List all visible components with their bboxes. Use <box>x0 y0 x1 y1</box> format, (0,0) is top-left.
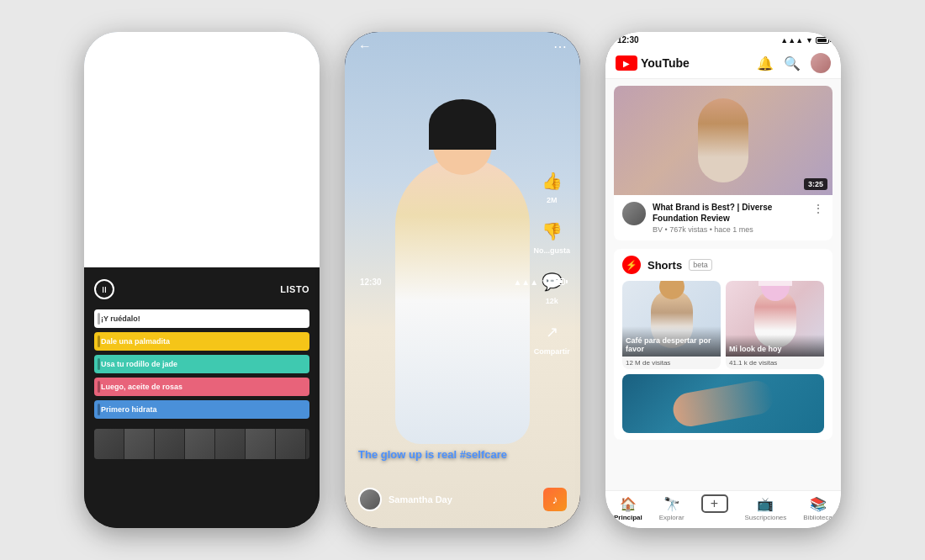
battery-icon-2 <box>552 278 565 285</box>
signal-icon-3: ▲▲▲ <box>780 36 803 45</box>
youtube-logo: ▶ YouTube <box>616 55 690 71</box>
video-preview-area: 12:30 ▲▲▲ ▼ Luego, aceite de rosas Prime… <box>84 32 320 267</box>
home-icon: 🏠 <box>620 496 637 512</box>
short-views-1: 12 M de visitas <box>622 357 721 369</box>
filmstrip-cell <box>155 429 185 459</box>
phone-1-editor: 12:30 ▲▲▲ ▼ Luego, aceite de rosas Prime… <box>84 32 320 528</box>
signal-icon-2: ▲▲▲ <box>513 277 538 287</box>
notification-button[interactable]: 🔔 <box>757 55 774 71</box>
short-thumb-2: Mi look de hoy <box>726 281 824 357</box>
swim-person <box>670 378 775 429</box>
video-thumbnail[interactable]: 3:25 <box>614 86 832 195</box>
nav-library-label: Biblioteca <box>803 514 832 521</box>
wifi-icon-2: ▼ <box>541 277 549 287</box>
track-5[interactable]: Primero hidrata <box>94 400 309 419</box>
video-title[interactable]: What Brand is Best? | Diverse Foundation… <box>653 202 806 224</box>
track-2[interactable]: Dale una palmadita <box>94 332 309 351</box>
editor-panel: ⏸ LISTO ¡Y ruédalo! Dale una palmadita U… <box>84 267 320 528</box>
pause-button[interactable]: ⏸ <box>94 279 114 299</box>
video-meta: What Brand is Best? | Diverse Foundation… <box>653 202 806 234</box>
more-options-button[interactable]: ⋯ <box>553 39 567 55</box>
timeline-tracks: ¡Y ruédalo! Dale una palmadita Usa tu ro… <box>94 309 309 419</box>
status-bar-3: 12:30 ▲▲▲ ▼ <box>605 32 841 46</box>
video-info: What Brand is Best? | Diverse Foundation… <box>614 195 832 240</box>
nav-explore[interactable]: 🔭 Explorar <box>659 496 684 521</box>
youtube-logo-text: YouTube <box>641 56 690 70</box>
short-thumb-1: Café para despertar por favor <box>622 281 721 357</box>
add-button[interactable]: + <box>701 494 728 513</box>
swim-thumbnail <box>622 374 824 433</box>
video-duration: 3:25 <box>804 178 827 190</box>
bottom-nav: 🏠 Principal 🔭 Explorar + 📺 Suscripciones… <box>605 490 841 528</box>
video-card: 3:25 What Brand is Best? | Diverse Found… <box>614 86 832 240</box>
nav-subscriptions[interactable]: 📺 Suscripciones <box>744 496 786 521</box>
channel-avatar <box>622 202 646 225</box>
filmstrip-cell <box>215 429 246 459</box>
swimming-video[interactable] <box>622 374 824 433</box>
status-icons-3: ▲▲▲ ▼ <box>780 36 829 45</box>
explore-icon: 🔭 <box>663 496 680 512</box>
nav-add[interactable]: + <box>701 496 728 521</box>
filmstrip-cell <box>94 429 124 459</box>
filmstrip-cell <box>185 429 215 459</box>
filmstrip <box>94 429 309 459</box>
shorts-beta-badge: beta <box>689 259 712 271</box>
header-icons: 🔔 🔍 <box>757 53 831 73</box>
shorts-section: ⚡ Shorts beta Café para despertar por fa… <box>614 249 832 440</box>
status-bar-2: 12:30 ▲▲▲ ▼ <box>345 32 580 528</box>
search-button[interactable]: 🔍 <box>784 55 801 71</box>
wifi-icon-3: ▼ <box>806 36 813 45</box>
filmstrip-cell <box>124 429 155 459</box>
track-1[interactable]: ¡Y ruédalo! <box>94 309 309 328</box>
short-card-1[interactable]: Café para despertar por favor 12 M de vi… <box>622 281 721 369</box>
nav-home[interactable]: 🏠 Principal <box>614 496 642 521</box>
shorts-icon: ⚡ <box>622 256 641 274</box>
phone-2-screen: 12:30 ▲▲▲ ▼ ← ⋯ The glow up is real #sel… <box>345 32 580 528</box>
status-icons-2: ▲▲▲ ▼ <box>513 277 565 287</box>
nav-explore-label: Explorar <box>659 514 684 521</box>
editor-controls: ⏸ LISTO <box>94 276 309 303</box>
shorts-header: ⚡ Shorts beta <box>622 256 824 274</box>
subscriptions-icon: 📺 <box>757 496 774 512</box>
short-card-2[interactable]: Mi look de hoy 41.1 k de visitas <box>726 281 824 369</box>
youtube-header: ▶ YouTube 🔔 🔍 <box>605 46 841 79</box>
video-more-button[interactable]: ⋮ <box>812 202 824 234</box>
shorts-grid: Café para despertar por favor 12 M de vi… <box>622 281 824 369</box>
battery-icon-3 <box>816 37 829 44</box>
thumb-person <box>698 98 748 182</box>
nav-home-label: Principal <box>614 514 642 521</box>
nav-subscriptions-label: Suscripciones <box>744 514 786 521</box>
user-avatar[interactable] <box>811 53 831 73</box>
library-icon: 📚 <box>810 496 827 512</box>
youtube-content: 3:25 What Brand is Best? | Diverse Found… <box>605 79 841 490</box>
shorts-title: Shorts <box>648 259 682 272</box>
time-2: 12:30 <box>360 277 382 287</box>
track-4[interactable]: Luego, aceite de rosas <box>94 378 309 396</box>
short-caption-1: Café para despertar por favor <box>622 326 721 357</box>
youtube-logo-icon: ▶ <box>616 55 637 71</box>
listo-button[interactable]: LISTO <box>280 284 309 294</box>
phone-1-screen: 12:30 ▲▲▲ ▼ Luego, aceite de rosas Prime… <box>84 32 320 528</box>
track-3[interactable]: Usa tu rodillo de jade <box>94 355 309 373</box>
short-views-2: 41.1 k de visitas <box>726 357 824 369</box>
short-caption-2: Mi look de hoy <box>726 335 824 357</box>
phone-3-youtube: 12:30 ▲▲▲ ▼ ▶ YouTube 🔔 🔍 <box>605 32 841 528</box>
phone-2-shorts: 12:30 ▲▲▲ ▼ ← ⋯ The glow up is real #sel… <box>345 32 580 528</box>
back-button[interactable]: ← <box>358 39 372 54</box>
nav-library[interactable]: 📚 Biblioteca <box>803 496 832 521</box>
phone-3-screen: 12:30 ▲▲▲ ▼ ▶ YouTube 🔔 🔍 <box>605 32 841 528</box>
video-meta-text: BV • 767k vistas • hace 1 mes <box>653 225 806 234</box>
status-bar-1: 12:30 ▲▲▲ ▼ <box>84 32 320 267</box>
time-3: 12:30 <box>617 35 639 45</box>
filmstrip-cell <box>276 429 306 459</box>
filmstrip-cell <box>246 429 276 459</box>
